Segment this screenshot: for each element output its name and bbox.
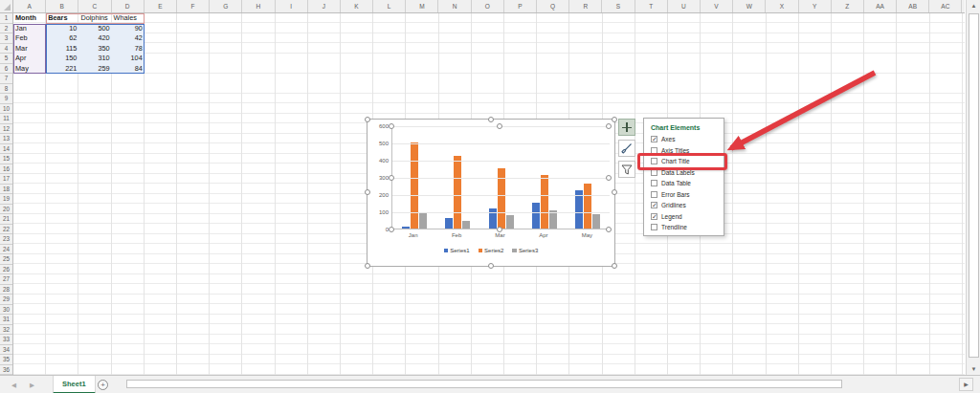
data-cell[interactable]: Feb — [13, 33, 46, 44]
scroll-right-icon[interactable]: ▶ — [959, 378, 973, 391]
data-cell[interactable]: Apr — [13, 54, 46, 64]
select-all-corner[interactable] — [0, 0, 13, 13]
resize-handle[interactable] — [606, 123, 612, 129]
data-cell[interactable]: 420 — [78, 33, 111, 44]
header-cell[interactable]: Whales — [112, 13, 145, 24]
checkbox-icon[interactable] — [651, 224, 657, 230]
row-header-8[interactable]: 8 — [0, 84, 12, 95]
plot-area[interactable] — [391, 126, 609, 229]
row-header-34[interactable]: 34 — [0, 345, 12, 356]
horizontal-scrollbar[interactable] — [124, 379, 955, 389]
bar-series1-jan[interactable] — [402, 227, 410, 229]
sheet-tab-sheet1[interactable]: Sheet1 — [53, 376, 96, 393]
resize-handle[interactable] — [612, 117, 617, 122]
data-cell[interactable]: 62 — [46, 33, 78, 44]
chart-elements-button[interactable] — [618, 119, 635, 136]
resize-handle[interactable] — [365, 117, 370, 122]
checkbox-icon[interactable]: ✓ — [651, 136, 657, 142]
checkbox-icon[interactable]: ✓ — [651, 213, 657, 220]
column-header-C[interactable]: C — [78, 0, 111, 12]
row-header-3[interactable]: 3 — [0, 33, 12, 44]
bar-series2-may[interactable] — [584, 184, 591, 229]
row-header-20[interactable]: 20 — [0, 205, 12, 215]
row-header-26[interactable]: 26 — [0, 265, 12, 275]
column-header-V[interactable]: V — [701, 0, 733, 12]
bar-series1-may[interactable] — [575, 190, 583, 229]
bar-series2-feb[interactable] — [454, 156, 461, 229]
row-header-11[interactable]: 11 — [0, 114, 12, 124]
resize-handle[interactable] — [365, 263, 370, 269]
column-header-W[interactable]: W — [733, 0, 766, 12]
chart-styles-button[interactable] — [618, 140, 635, 157]
column-header-U[interactable]: U — [668, 0, 701, 12]
row-header-16[interactable]: 16 — [0, 164, 12, 175]
resize-handle[interactable] — [389, 123, 394, 129]
column-header-J[interactable]: J — [308, 0, 341, 12]
row-header-17[interactable]: 17 — [0, 174, 12, 185]
header-cell[interactable]: Bears — [46, 13, 78, 24]
bar-series3-feb[interactable] — [462, 221, 470, 229]
column-header-T[interactable]: T — [635, 0, 668, 12]
data-cell[interactable]: Jan — [13, 24, 46, 34]
data-cell[interactable]: 84 — [112, 64, 145, 75]
row-header-1[interactable]: 1 — [0, 13, 12, 24]
chart-element-legend[interactable]: ✓Legend — [651, 211, 724, 223]
column-header-AC[interactable]: AC — [929, 0, 962, 12]
legend-item[interactable]: Series1 — [444, 248, 470, 253]
header-cell[interactable]: Month — [13, 13, 46, 24]
resize-handle[interactable] — [488, 263, 494, 269]
data-cell[interactable]: 42 — [112, 33, 145, 44]
row-header-21[interactable]: 21 — [0, 214, 12, 225]
column-header-AA[interactable]: AA — [864, 0, 897, 12]
bar-series3-apr[interactable] — [549, 210, 557, 229]
row-header-13[interactable]: 13 — [0, 134, 12, 144]
row-header-7[interactable]: 7 — [0, 74, 12, 84]
row-header-15[interactable]: 15 — [0, 154, 12, 164]
resize-handle[interactable] — [606, 227, 612, 232]
bar-series3-mar[interactable] — [506, 215, 514, 229]
chart-legend[interactable]: Series1Series2Series3 — [368, 248, 614, 253]
row-header-19[interactable]: 19 — [0, 194, 12, 205]
bar-series2-jan[interactable] — [411, 142, 418, 229]
column-header-N[interactable]: N — [438, 0, 471, 12]
column-header-G[interactable]: G — [210, 0, 242, 12]
row-header-5[interactable]: 5 — [0, 54, 12, 64]
column-header-Y[interactable]: Y — [799, 0, 832, 12]
data-cell[interactable]: 10 — [46, 24, 78, 34]
row-header-10[interactable]: 10 — [0, 104, 12, 115]
chart-element-axes[interactable]: ✓Axes — [651, 134, 724, 145]
row-header-2[interactable]: 2 — [0, 24, 12, 34]
chart-element-data-table[interactable]: Data Table — [651, 178, 724, 189]
checkbox-icon[interactable] — [651, 180, 657, 186]
chart-filters-button[interactable] — [618, 161, 635, 178]
row-header-35[interactable]: 35 — [0, 355, 12, 365]
data-cell[interactable]: Mar — [13, 44, 46, 55]
row-header-27[interactable]: 27 — [0, 274, 12, 285]
data-cell[interactable]: 500 — [78, 24, 111, 34]
resize-handle[interactable] — [606, 175, 612, 181]
data-cell[interactable]: 78 — [112, 44, 145, 55]
row-header-29[interactable]: 29 — [0, 295, 12, 305]
row-header-25[interactable]: 25 — [0, 254, 12, 265]
row-header-36[interactable]: 36 — [0, 365, 12, 376]
row-header-14[interactable]: 14 — [0, 144, 12, 155]
column-header-H[interactable]: H — [242, 0, 275, 12]
resize-handle[interactable] — [612, 189, 617, 195]
column-header-I[interactable]: I — [276, 0, 308, 12]
column-header-O[interactable]: O — [472, 0, 504, 12]
data-cell[interactable]: 115 — [46, 44, 78, 55]
row-header-32[interactable]: 32 — [0, 325, 12, 336]
legend-item[interactable]: Series2 — [479, 248, 504, 253]
column-header-F[interactable]: F — [177, 0, 210, 12]
bar-series3-may[interactable] — [592, 214, 600, 229]
column-header-R[interactable]: R — [569, 0, 602, 12]
data-cell[interactable]: 104 — [112, 54, 145, 64]
column-header-K[interactable]: K — [341, 0, 373, 12]
row-header-31[interactable]: 31 — [0, 315, 12, 325]
row-header-6[interactable]: 6 — [0, 64, 12, 75]
chart-element-trendline[interactable]: Trendline — [651, 222, 724, 233]
resize-handle[interactable] — [488, 117, 494, 122]
row-header-30[interactable]: 30 — [0, 305, 12, 316]
bar-series3-jan[interactable] — [419, 213, 427, 229]
column-header-X[interactable]: X — [766, 0, 798, 12]
